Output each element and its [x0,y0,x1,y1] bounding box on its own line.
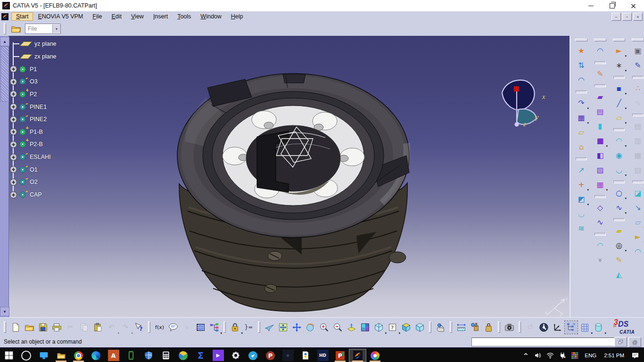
point-tool[interactable]: ▪▾ [613,83,625,94]
dock-window-button[interactable] [614,337,627,347]
capture-button[interactable] [503,321,516,334]
tree-scrollbar[interactable]: ▲ ▼ [0,36,9,317]
measure-between-button[interactable] [455,321,468,334]
group-tool[interactable]: ∴▾ [632,83,644,94]
project-tool[interactable]: ↘▾ [632,202,644,214]
expand-node[interactable]: + [10,141,17,148]
normal-view-button[interactable] [345,321,358,334]
design-table-button[interactable] [194,321,207,334]
notification-center-icon[interactable] [628,349,642,362]
tree-item-label[interactable]: P1-B [30,129,43,135]
clock[interactable]: 2:51 PM [600,353,628,358]
catalog-tool[interactable]: ⌂ [575,141,587,153]
tray-expand-chevron[interactable]: ^ [520,349,532,362]
tree-item-label[interactable]: O2 [30,179,38,185]
fit-all-in-button[interactable] [277,321,289,334]
doc-restore-button[interactable]: ▫ [622,13,632,21]
zoom-in-button[interactable] [318,321,330,334]
spec-overview-button[interactable] [565,321,578,334]
translator-app-button[interactable]: A [105,349,122,362]
language-indicator[interactable]: ENG [581,353,600,358]
wifi-icon[interactable] [544,349,556,362]
viewport-3d[interactable]: x y z x y z ▲ ▼ [0,36,570,317]
hd-player-button[interactable]: HD [314,349,331,362]
tree-item-label[interactable]: CAP [30,191,42,198]
save-button[interactable] [37,321,50,334]
toolbar-handle[interactable] [632,39,644,41]
print-button[interactable] [50,321,63,334]
multi-view-button[interactable] [359,321,372,334]
tree-item-label[interactable]: P1 [30,66,37,73]
pad-tool[interactable]: ▰ [594,91,606,103]
cortana-button[interactable] [17,349,35,362]
body-gear-icon[interactable] [18,65,27,74]
settings-button[interactable] [227,349,244,362]
expand-node[interactable]: + [10,166,17,173]
toolbar-handle[interactable] [575,39,587,41]
python-file-button[interactable] [297,349,314,362]
iso-view-button[interactable]: ▾ [372,321,385,334]
color-grid-tray-icon[interactable] [569,349,581,362]
defender-button[interactable] [140,349,157,362]
fold-tool[interactable]: ◩▾ [575,194,587,205]
fold-surface-tool[interactable]: ◪▾ [632,188,644,199]
body-gear-icon[interactable] [18,115,27,123]
file-explorer-button[interactable] [52,349,70,362]
menu-item[interactable]: File [88,12,107,21]
whats-this-button[interactable] [132,321,145,334]
minimize-button[interactable]: — [580,0,602,11]
telegram-button[interactable]: ► [244,349,262,362]
dropdown-arrow-icon[interactable]: ▾ [625,107,627,110]
line-tool[interactable]: ╱▾ [613,98,625,109]
expand-node[interactable]: + [10,128,17,135]
task-view-button[interactable] [35,349,52,362]
measure-inertia-button[interactable] [482,321,495,334]
dropdown-arrow-icon[interactable]: ▾ [220,331,222,335]
stripes-tool[interactable]: ≋ [575,223,587,234]
transfer-tool[interactable]: ►▾ [632,231,644,243]
multi-section-tool[interactable]: ▤ [594,106,606,117]
sketch-tool[interactable]: ✎ [613,255,625,266]
menu-item[interactable]: Window [196,12,226,21]
crescent-tool[interactable]: ◡ [575,208,587,220]
toolbar-handle[interactable] [613,39,625,41]
plane-icon[interactable] [19,41,32,46]
axis-system-button[interactable] [551,321,564,334]
dropdown-arrow-icon[interactable]: ▾ [604,331,606,335]
template-button[interactable]: ▾ [208,321,221,334]
doc-minimize-button[interactable]: – [611,13,621,21]
toolbar-handle[interactable] [4,321,6,333]
menu-item[interactable]: Start [11,12,33,21]
plane-tool[interactable]: ▱▾ [613,112,625,123]
shading-button[interactable] [400,321,413,334]
combine-button[interactable]: ▾ [592,321,605,334]
tree-item-label[interactable]: O1 [30,166,38,173]
cut-button[interactable]: ✂ [64,321,77,334]
view-mode-button[interactable]: ▾ [386,321,399,334]
open-folder-icon[interactable] [11,24,21,34]
undo-button[interactable]: ↶ ▾ [105,321,118,334]
swap-visible-space-tool[interactable]: ⇅ [575,60,587,71]
rotate-button[interactable] [304,321,317,334]
expand-node[interactable]: + [10,78,17,85]
tree-item-label[interactable]: PINE1 [30,104,47,110]
blend-tool[interactable]: ◡▾ [613,165,625,176]
tree-item-label[interactable]: yz plane [34,41,57,47]
power-plug-icon[interactable] [556,349,569,362]
cylinder-surface-tool[interactable]: ▮ [594,121,606,132]
pattern-tool[interactable]: ▦▾ [594,179,606,190]
expand-node[interactable]: + [10,154,17,161]
dropdown-arrow-icon[interactable]: ▾ [587,188,589,192]
expand-node[interactable]: + [10,179,17,186]
adjust-tool[interactable]: +▾ [575,179,587,190]
dropdown-arrow-icon[interactable]: ▾ [625,173,627,177]
refresh-button[interactable]: ↺ [524,321,537,334]
dropdown-arrow-icon[interactable]: ▾ [625,144,627,148]
work-support-tool[interactable]: ▱ [575,127,587,138]
phone-app-button[interactable] [122,349,140,362]
dropdown-arrow-icon[interactable]: ▾ [625,211,627,215]
dropdown-arrow-icon[interactable]: ▾ [625,249,627,253]
doc-close-button[interactable]: × [633,13,643,21]
close-button[interactable]: × [623,0,644,11]
multi-select-tool[interactable]: ∗▾ [613,60,625,71]
